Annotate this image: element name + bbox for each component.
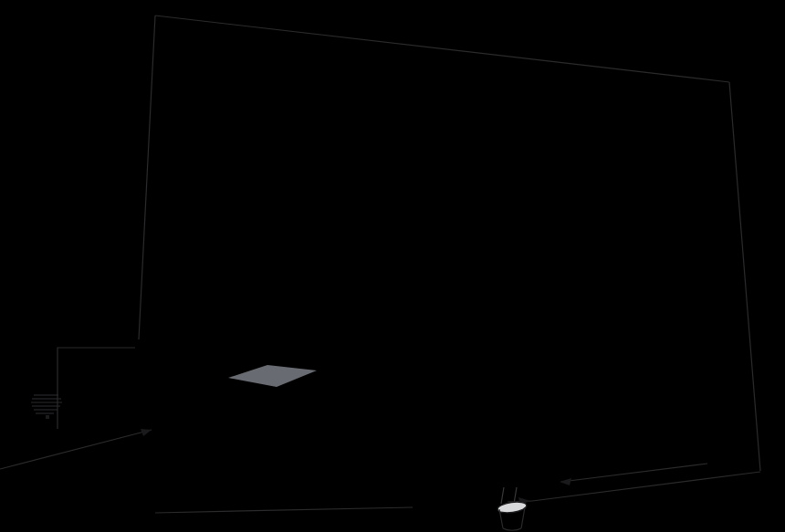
model-canvas[interactable]: [0, 0, 785, 532]
spring-coil-dot: [46, 415, 49, 419]
cad-viewport[interactable]: [0, 0, 785, 532]
viewport-background[interactable]: [0, 0, 785, 532]
